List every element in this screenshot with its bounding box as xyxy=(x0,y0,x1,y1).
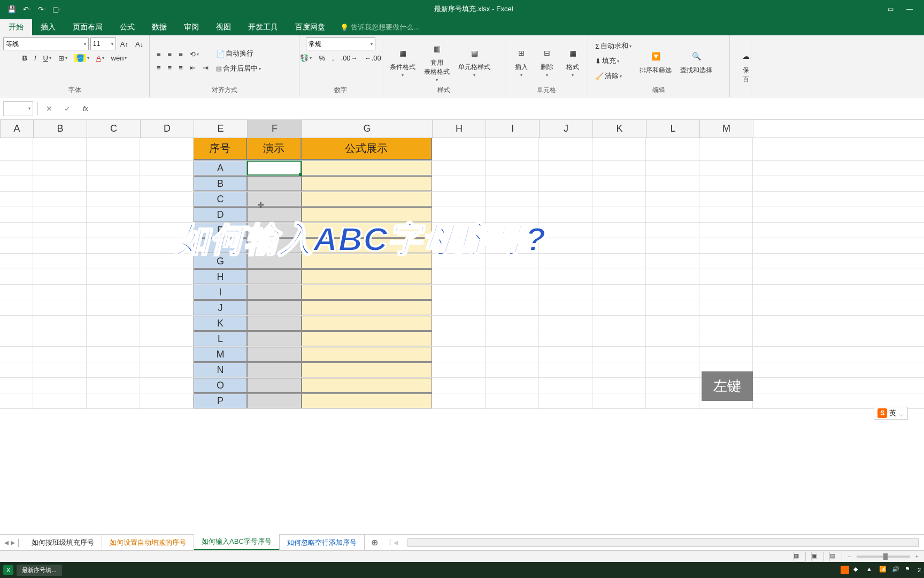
cell[interactable] xyxy=(432,192,486,207)
cell[interactable] xyxy=(33,238,87,253)
cell[interactable] xyxy=(87,316,140,331)
cell[interactable] xyxy=(432,331,486,346)
cell[interactable] xyxy=(592,393,646,408)
horizontal-scrollbar[interactable] xyxy=(407,538,919,547)
tab-baidu[interactable]: 百度网盘 xyxy=(287,19,334,35)
name-box[interactable]: ▾ xyxy=(3,101,33,116)
fill-button[interactable]: ⬇ 填充▾ xyxy=(592,55,634,67)
accounting-icon[interactable]: 💱▾ xyxy=(297,52,314,64)
cell[interactable] xyxy=(140,176,194,191)
cell[interactable] xyxy=(0,316,33,331)
cell[interactable] xyxy=(87,254,140,269)
cell[interactable] xyxy=(539,362,592,377)
cell[interactable] xyxy=(646,161,699,176)
cell[interactable] xyxy=(87,378,140,393)
cell[interactable] xyxy=(539,176,592,191)
cell[interactable] xyxy=(0,269,33,284)
cell[interactable] xyxy=(0,176,33,191)
align-middle-icon[interactable]: ≡ xyxy=(165,49,175,60)
align-right-icon[interactable]: ≡ xyxy=(176,62,186,73)
cell[interactable] xyxy=(592,300,646,315)
cell[interactable] xyxy=(646,138,699,160)
cell[interactable] xyxy=(302,161,432,176)
autosum-button[interactable]: Σ 自动求和▾ xyxy=(592,40,634,52)
baidu-save-button[interactable]: ☁保 百 xyxy=(734,45,758,86)
cell[interactable] xyxy=(592,285,646,300)
enter-formula-icon[interactable]: ✓ xyxy=(60,102,74,116)
cell[interactable] xyxy=(87,207,140,222)
cell-styles-button[interactable]: ▦单元格样式▾ xyxy=(455,42,494,80)
cell[interactable] xyxy=(539,254,592,269)
cell[interactable] xyxy=(699,285,753,300)
cell[interactable] xyxy=(699,347,753,362)
find-select-button[interactable]: 🔍查找和选择 xyxy=(677,45,715,77)
cell[interactable] xyxy=(592,269,646,284)
sheet-tab-1[interactable]: 如何设置自动增减的序号 xyxy=(102,535,194,550)
tray-time[interactable]: 2 xyxy=(918,567,921,573)
cell[interactable] xyxy=(87,331,140,346)
cell[interactable] xyxy=(33,176,87,191)
tray-sogou-icon[interactable] xyxy=(841,566,849,574)
border-button[interactable]: ⊞▾ xyxy=(56,52,70,64)
cell[interactable] xyxy=(699,254,753,269)
font-size-select[interactable]: 11▾ xyxy=(90,37,116,50)
cell[interactable] xyxy=(302,192,432,207)
cell[interactable] xyxy=(592,254,646,269)
phonetic-button[interactable]: wén▾ xyxy=(109,52,130,64)
ribbon-options-icon[interactable]: ▭ xyxy=(886,4,895,14)
cell[interactable] xyxy=(432,300,486,315)
tab-view[interactable]: 视图 xyxy=(207,19,240,35)
cell[interactable] xyxy=(432,393,486,408)
zoom-slider[interactable] xyxy=(857,556,910,558)
cell[interactable] xyxy=(646,269,699,284)
cell[interactable] xyxy=(247,192,302,207)
cell[interactable] xyxy=(247,378,302,393)
cell[interactable] xyxy=(140,347,194,362)
col-header-G[interactable]: G xyxy=(302,120,433,138)
cell[interactable] xyxy=(0,238,33,253)
tell-me-search[interactable]: 💡 告诉我您想要做什么... xyxy=(334,19,426,35)
cell[interactable] xyxy=(646,285,699,300)
cell[interactable] xyxy=(699,192,753,207)
cell[interactable] xyxy=(140,362,194,377)
col-header-J[interactable]: J xyxy=(540,120,593,138)
cell[interactable] xyxy=(33,300,87,315)
cell[interactable] xyxy=(539,316,592,331)
cell[interactable] xyxy=(33,393,87,408)
cell[interactable] xyxy=(302,331,432,346)
cell[interactable]: C xyxy=(194,192,247,207)
cell[interactable] xyxy=(486,300,539,315)
cell[interactable] xyxy=(247,285,302,300)
cell[interactable] xyxy=(140,161,194,176)
cell[interactable] xyxy=(646,316,699,331)
underline-button[interactable]: U▾ xyxy=(41,52,54,64)
cell[interactable] xyxy=(432,362,486,377)
cell[interactable] xyxy=(486,331,539,346)
clear-button[interactable]: 🧹 清除▾ xyxy=(592,70,634,82)
cell[interactable] xyxy=(33,316,87,331)
cell[interactable] xyxy=(140,378,194,393)
percent-icon[interactable]: % xyxy=(316,52,328,64)
cell[interactable] xyxy=(247,161,302,176)
cell[interactable] xyxy=(646,223,699,238)
cell[interactable] xyxy=(87,223,140,238)
cell[interactable] xyxy=(87,269,140,284)
cell[interactable] xyxy=(539,207,592,222)
cell[interactable] xyxy=(699,138,753,160)
cell[interactable] xyxy=(646,207,699,222)
cell[interactable] xyxy=(592,207,646,222)
cell[interactable] xyxy=(699,316,753,331)
cell[interactable]: 演示 xyxy=(247,138,302,160)
cell[interactable] xyxy=(87,161,140,176)
cell[interactable] xyxy=(592,378,646,393)
cell[interactable] xyxy=(432,138,486,160)
cell[interactable] xyxy=(302,347,432,362)
cell[interactable] xyxy=(302,362,432,377)
cell[interactable] xyxy=(87,285,140,300)
conditional-format-button[interactable]: ▦条件格式▾ xyxy=(387,42,419,80)
cell[interactable] xyxy=(592,161,646,176)
decrease-decimal-icon[interactable]: ←.00 xyxy=(362,52,384,64)
cell[interactable] xyxy=(432,316,486,331)
orientation-icon[interactable]: ⟲▾ xyxy=(187,49,202,60)
cell[interactable] xyxy=(140,138,194,160)
